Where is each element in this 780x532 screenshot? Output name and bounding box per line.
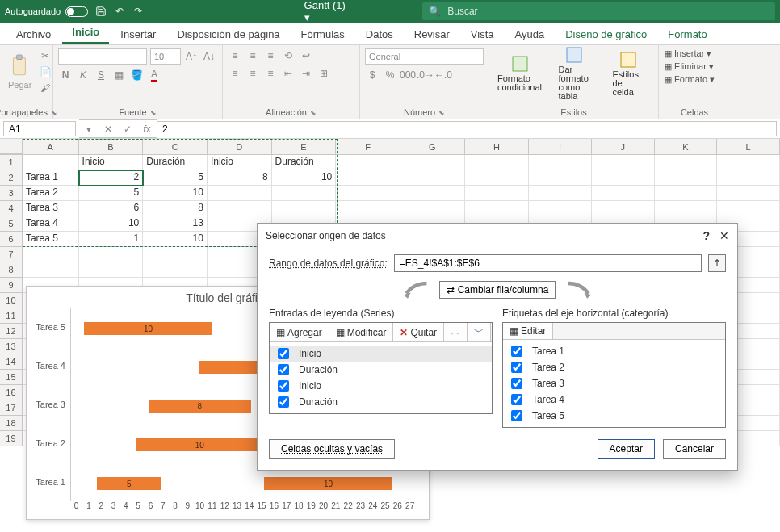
help-icon[interactable]: ? — [702, 229, 710, 242]
cell[interactable] — [717, 155, 780, 170]
category-list-item[interactable]: Tarea 2 — [503, 359, 725, 375]
conditional-format-button[interactable]: Formato condicional — [501, 52, 539, 95]
copy-icon[interactable]: 📄 — [38, 65, 52, 79]
decrease-decimal-icon[interactable]: ←.0 — [436, 68, 451, 82]
category-checkbox[interactable] — [511, 378, 522, 389]
category-checkbox[interactable] — [511, 410, 522, 421]
column-header[interactable]: I — [529, 139, 592, 154]
cell[interactable] — [336, 170, 400, 186]
dialog-launcher-icon[interactable] — [310, 107, 317, 117]
cell[interactable] — [272, 201, 337, 216]
cell[interactable]: Duración — [143, 155, 208, 170]
cell[interactable] — [400, 186, 465, 201]
remove-series-button[interactable]: ✕ Quitar — [393, 323, 444, 341]
row-header[interactable]: 3 — [0, 186, 23, 201]
column-header[interactable]: B — [79, 139, 144, 154]
row-header[interactable]: 1 — [0, 155, 23, 170]
cell[interactable]: 8 — [143, 201, 208, 216]
column-header[interactable]: D — [208, 139, 272, 154]
cell[interactable] — [143, 262, 208, 278]
category-checkbox[interactable] — [511, 394, 522, 405]
row-header[interactable]: 13 — [0, 339, 23, 354]
cell[interactable] — [655, 186, 718, 201]
category-list-item[interactable]: Tarea 1 — [503, 343, 725, 359]
column-header[interactable]: J — [592, 139, 655, 154]
column-header[interactable]: G — [400, 139, 465, 154]
cell[interactable] — [592, 170, 655, 186]
cell[interactable] — [143, 247, 208, 262]
cell[interactable] — [592, 186, 655, 201]
cell[interactable]: 6 — [79, 201, 144, 216]
enter-formula-icon[interactable]: ✓ — [118, 119, 137, 138]
cell[interactable]: 10 — [143, 232, 208, 247]
row-header[interactable]: 8 — [0, 262, 23, 278]
row-header[interactable]: 15 — [0, 370, 23, 385]
cell[interactable] — [208, 186, 272, 201]
cell[interactable]: 2 — [79, 170, 144, 186]
bar-row[interactable]: 8 — [71, 400, 251, 413]
ribbon-tab-revisar[interactable]: Revisar — [405, 24, 459, 44]
align-center-icon[interactable]: ≡ — [245, 66, 260, 81]
italic-icon[interactable]: K — [76, 68, 90, 82]
ribbon-tab-vista[interactable]: Vista — [461, 24, 504, 44]
switch-row-column-button[interactable]: ⇄Cambiar fila/columna — [439, 281, 556, 299]
align-top-icon[interactable]: ≡ — [228, 48, 242, 63]
bar-row[interactable]: 10 — [71, 322, 212, 335]
column-header[interactable]: L — [717, 139, 780, 154]
cell[interactable]: Inicio — [208, 155, 272, 170]
cell[interactable]: Inicio — [79, 155, 144, 170]
ribbon-tab-insertar[interactable]: Insertar — [111, 24, 166, 44]
cancel-button[interactable]: Cancelar — [663, 439, 726, 459]
dialog-titlebar[interactable]: Seleccionar origen de datos ? ✕ — [258, 224, 737, 248]
row-header[interactable]: 5 — [0, 216, 23, 232]
cell[interactable]: Duración — [272, 155, 337, 170]
cell[interactable] — [79, 247, 144, 262]
cell[interactable] — [336, 155, 400, 170]
dialog-launcher-icon[interactable] — [150, 107, 157, 117]
formula-input[interactable] — [157, 121, 777, 136]
document-name[interactable]: Gantt (1) ▾ — [304, 0, 352, 23]
cell[interactable] — [529, 170, 592, 186]
move-up-button[interactable]: ︿ — [444, 323, 468, 341]
cell[interactable]: Tarea 3 — [23, 201, 79, 216]
increase-decimal-icon[interactable]: .0→ — [418, 68, 433, 82]
ok-button[interactable]: Aceptar — [598, 439, 655, 459]
insert-cells-button[interactable]: ▦ Insertar ▾ — [664, 48, 725, 59]
chart-range-input[interactable] — [394, 254, 702, 272]
cell[interactable] — [23, 262, 79, 278]
cell[interactable] — [465, 201, 530, 216]
cell[interactable] — [208, 201, 272, 216]
cell[interactable]: Tarea 4 — [23, 216, 79, 232]
category-list-item[interactable]: Tarea 3 — [503, 375, 725, 392]
column-header[interactable]: C — [143, 139, 208, 154]
cell[interactable] — [400, 201, 465, 216]
cell[interactable]: 10 — [79, 216, 144, 232]
format-painter-icon[interactable]: 🖌 — [38, 81, 52, 95]
cancel-formula-icon[interactable]: ✕ — [99, 119, 118, 138]
comma-icon[interactable]: 000 — [400, 68, 415, 82]
cell[interactable]: 8 — [208, 170, 272, 186]
series-list-item[interactable]: Inicio — [270, 346, 492, 362]
cell[interactable] — [336, 201, 400, 216]
font-color-icon[interactable]: A — [147, 68, 161, 82]
cell[interactable] — [529, 201, 592, 216]
edit-categories-button[interactable]: ▦ Editar — [503, 323, 553, 339]
ribbon-tab-archivo[interactable]: Archivo — [6, 24, 61, 44]
merge-icon[interactable]: ⊞ — [317, 66, 331, 81]
category-checkbox[interactable] — [511, 362, 522, 373]
cut-icon[interactable]: ✂ — [38, 48, 52, 63]
row-header[interactable]: 4 — [0, 201, 23, 216]
cell[interactable] — [400, 170, 465, 186]
select-all-corner[interactable] — [0, 139, 23, 154]
row-header[interactable]: 9 — [0, 278, 23, 293]
move-down-button[interactable]: ﹀ — [468, 323, 491, 341]
align-left-icon[interactable]: ≡ — [228, 66, 242, 81]
cell[interactable]: 1 — [79, 232, 144, 247]
undo-icon[interactable]: ↶ — [113, 5, 125, 18]
series-checkbox[interactable] — [278, 364, 289, 375]
search-input[interactable]: 🔍 Buscar — [422, 2, 775, 20]
cell[interactable] — [336, 186, 400, 201]
redo-icon[interactable]: ↷ — [132, 5, 144, 18]
cell-styles-button[interactable]: Estilos de celda — [610, 48, 647, 100]
cell[interactable]: Tarea 1 — [23, 170, 79, 186]
